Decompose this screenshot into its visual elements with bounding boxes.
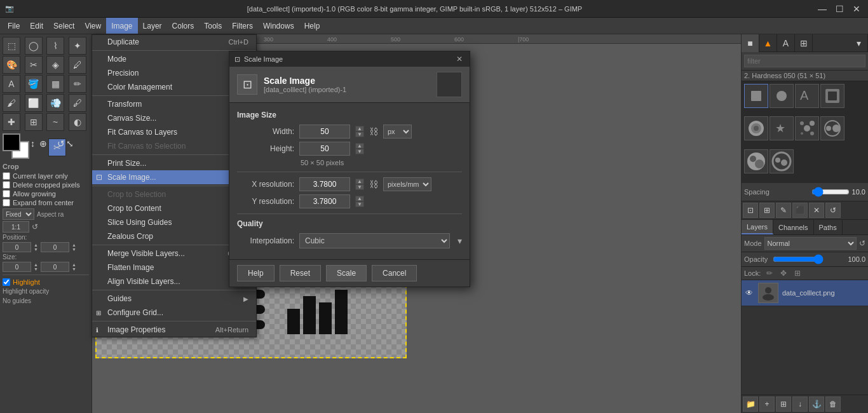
brush-tool-btn-6[interactable]: ↺ xyxy=(825,203,841,218)
tool-dodge[interactable]: ◐ xyxy=(69,113,86,131)
position-y-up[interactable]: ▲ xyxy=(72,243,76,247)
menu-item-configure-grid[interactable]: ⊞ Configure Grid... xyxy=(92,306,256,320)
right-tab-orange[interactable]: ▲ xyxy=(759,34,777,52)
close-button[interactable]: ✕ xyxy=(850,4,863,14)
position-x-up[interactable]: ▲ xyxy=(34,243,38,247)
size-h-down[interactable]: ▼ xyxy=(72,267,76,271)
tool-paintbrush[interactable]: 🖌 xyxy=(3,94,20,112)
height-up[interactable]: ▲ xyxy=(355,143,364,149)
brush-item-8[interactable] xyxy=(820,116,844,140)
lock-pixels-icon[interactable]: ✏ xyxy=(764,268,775,278)
opacity-slider[interactable] xyxy=(773,254,824,264)
size-h-up[interactable]: ▲ xyxy=(72,262,76,267)
allow-growing-checkbox[interactable] xyxy=(3,190,10,198)
y-res-down[interactable]: ▼ xyxy=(355,201,364,207)
menu-filters[interactable]: Filters xyxy=(227,18,258,34)
layer-visibility-0[interactable]: 👁 xyxy=(744,288,754,298)
brush-tool-btn-2[interactable]: ⊞ xyxy=(759,203,775,218)
menu-select[interactable]: Select xyxy=(48,18,79,34)
tool-align[interactable]: ⊕ xyxy=(39,139,47,149)
delete-cropped-checkbox[interactable] xyxy=(3,181,10,189)
tool-select-by-color[interactable]: 🎨 xyxy=(3,56,20,74)
unit-select[interactable]: px % in mm cm xyxy=(383,125,412,139)
y-resolution-input[interactable] xyxy=(299,194,350,208)
highlight-checkbox[interactable] xyxy=(3,278,10,286)
tool-fuzzy-select[interactable]: ✦ xyxy=(69,37,86,55)
duplicate-layer-btn[interactable]: ⊞ xyxy=(776,396,791,412)
mode-select[interactable]: Normal Multiply Screen Overlay xyxy=(764,237,857,250)
right-tab-grid[interactable]: ⊞ xyxy=(795,34,813,52)
brush-item-3[interactable]: A xyxy=(795,84,819,108)
menu-tools[interactable]: Tools xyxy=(199,18,227,34)
menu-layer[interactable]: Layer xyxy=(138,18,167,34)
menu-edit[interactable]: Edit xyxy=(25,18,48,34)
scale-button[interactable]: Scale xyxy=(326,265,367,281)
tool-airbrush[interactable]: 💨 xyxy=(46,94,64,112)
help-button[interactable]: Help xyxy=(237,265,275,281)
lock-all-icon[interactable]: ⊞ xyxy=(792,268,803,278)
tool-heal[interactable]: ✚ xyxy=(3,113,20,131)
tool-bucket[interactable]: 🪣 xyxy=(25,75,43,93)
maximize-button[interactable]: ☐ xyxy=(833,4,846,14)
brush-item-7[interactable] xyxy=(795,116,819,140)
fixed-select[interactable]: Fixed Aspect ratio Width Height Size xyxy=(3,208,34,220)
layer-row-0[interactable]: 👁 data_colllect.png xyxy=(742,280,868,306)
interpolation-select[interactable]: None Linear Cubic NoHalo LoHalo Sinc (La… xyxy=(299,233,450,248)
size-w-down[interactable]: ▼ xyxy=(34,267,38,271)
tool-eraser[interactable]: ⬜ xyxy=(25,94,43,112)
brush-item-5[interactable] xyxy=(744,116,768,140)
delete-layer-btn[interactable]: 🗑 xyxy=(825,396,841,412)
menu-view[interactable]: View xyxy=(79,18,106,34)
wh-chain-icon[interactable]: ⛓ xyxy=(369,126,378,137)
current-layer-checkbox[interactable] xyxy=(3,172,10,180)
x-res-down[interactable]: ▼ xyxy=(355,184,364,190)
x-resolution-input[interactable] xyxy=(299,177,350,191)
minimize-button[interactable]: — xyxy=(815,4,829,14)
tab-channels[interactable]: Channels xyxy=(773,220,813,234)
tool-ink[interactable]: 🖋 xyxy=(69,94,86,112)
size-w-input[interactable] xyxy=(3,262,31,272)
resolution-unit-select[interactable]: pixels/mm pixels/in pixels/cm xyxy=(383,177,431,191)
height-input[interactable] xyxy=(299,142,350,156)
brush-item-9[interactable] xyxy=(744,149,768,173)
menu-item-duplicate[interactable]: Duplicate Ctrl+D xyxy=(92,35,256,49)
tab-layers[interactable]: Layers xyxy=(742,220,773,234)
mode-reset-icon[interactable]: ↺ xyxy=(859,239,865,248)
ratio-input[interactable] xyxy=(3,221,29,233)
cancel-button[interactable]: Cancel xyxy=(372,265,417,281)
size-h-input[interactable] xyxy=(41,262,69,272)
tool-free-select[interactable]: ⌇ xyxy=(46,37,64,55)
size-w-up[interactable]: ▲ xyxy=(34,262,38,267)
brush-filter-input[interactable] xyxy=(744,55,865,67)
reset-button[interactable]: Reset xyxy=(280,265,321,281)
brush-item-4[interactable] xyxy=(820,84,844,108)
brush-item-2[interactable] xyxy=(770,84,794,108)
right-tab-square[interactable]: ■ xyxy=(742,34,759,52)
new-layer-btn[interactable]: + xyxy=(759,396,775,412)
tool-text[interactable]: A xyxy=(3,75,20,93)
tool-scissors[interactable]: ✂ xyxy=(25,56,43,74)
spacing-slider[interactable] xyxy=(811,187,850,197)
expand-center-checkbox[interactable] xyxy=(3,199,10,207)
menu-item-guides[interactable]: Guides ▶ xyxy=(92,292,256,306)
brush-item-10[interactable] xyxy=(770,149,794,173)
tool-scale-tool[interactable]: ⤡ xyxy=(66,139,74,149)
menu-windows[interactable]: Windows xyxy=(258,18,299,34)
right-tab-config[interactable]: ▾ xyxy=(850,34,868,52)
menu-image[interactable]: Image xyxy=(106,18,137,34)
tool-pencil[interactable]: ✏ xyxy=(69,75,86,93)
brush-tool-btn-5[interactable]: ✕ xyxy=(809,203,824,218)
x-res-up[interactable]: ▲ xyxy=(355,179,364,184)
brush-item-1[interactable] xyxy=(744,84,768,108)
brush-item-6[interactable]: ★ xyxy=(770,116,794,140)
foreground-color[interactable] xyxy=(3,133,20,151)
tool-clone[interactable]: ⊞ xyxy=(25,113,43,131)
position-y-input[interactable] xyxy=(41,242,69,252)
ratio-reset-icon[interactable]: ↺ xyxy=(32,222,38,231)
tool-ellipse-select[interactable]: ◯ xyxy=(25,37,43,55)
lock-position-icon[interactable]: ✥ xyxy=(778,268,789,278)
width-input[interactable] xyxy=(299,125,350,139)
menu-item-image-properties[interactable]: ℹ Image Properties Alt+Return xyxy=(92,323,256,337)
menu-colors[interactable]: Colors xyxy=(167,18,200,34)
menu-file[interactable]: File xyxy=(3,18,25,34)
